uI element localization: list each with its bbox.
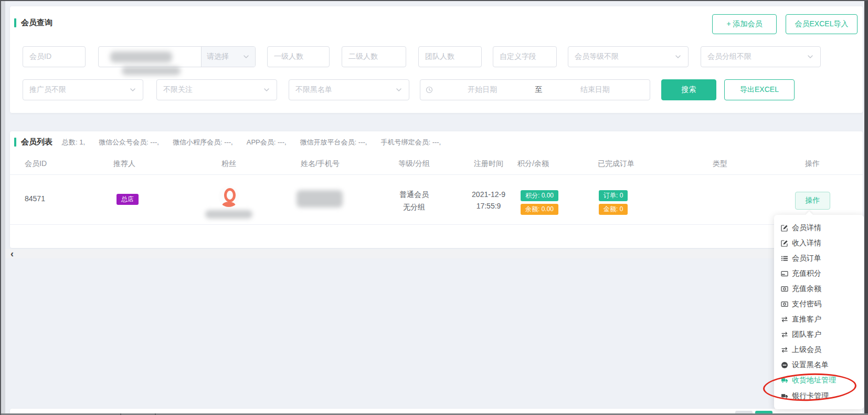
stat-wechat-mini: 微信小程序会员: ---, <box>173 138 233 147</box>
orders-badge: 订单: 0 <box>599 190 628 201</box>
menu-item-label: 充值积分 <box>792 269 821 278</box>
team-count-input[interactable]: 团队人数 <box>418 46 482 67</box>
col-action: 操作 <box>805 159 820 169</box>
menu-item-bank-cards[interactable]: 银行卡管理 <box>774 388 864 403</box>
menu-item-label: 设置黑名单 <box>792 360 829 370</box>
chevron-down-icon <box>674 53 682 60</box>
horizontal-scroll-strip[interactable]: ‹ › <box>5 249 865 258</box>
col-referrer: 推荐人 <box>113 159 135 169</box>
member-list-panel: 会员列表 总数: 1, 微信公众号会员: ---, 微信小程序会员: ---, … <box>10 131 863 248</box>
avatar <box>218 186 239 207</box>
cell-register-date: 2021-12-9 <box>472 190 505 199</box>
blacklist-select[interactable]: 不限黑名单 <box>289 79 409 100</box>
keyword-select-placeholder: 请选择 <box>207 52 229 61</box>
card-icon <box>781 270 788 277</box>
menu-item-label: 团队客户 <box>792 330 821 339</box>
stat-app: APP会员: ---, <box>247 138 287 147</box>
keyword-type-select[interactable]: 请选择 <box>201 47 255 67</box>
level1-count-input[interactable]: 一级人数 <box>267 46 330 67</box>
table-header-divider <box>10 174 863 175</box>
menu-item-label: 直推客户 <box>792 315 821 324</box>
money-icon <box>781 285 788 293</box>
menu-item-shipping-address[interactable]: 收货地址管理 <box>774 373 864 388</box>
chevron-down-icon <box>807 53 814 60</box>
menu-item-team-customers[interactable]: 团队客户 <box>774 327 864 343</box>
redacted-name-phone <box>297 190 343 208</box>
date-range-input[interactable]: 开始日期 至 结束日期 <box>420 79 650 100</box>
export-excel-button[interactable]: 导出EXCEL <box>724 79 795 100</box>
follow-select[interactable]: 不限关注 <box>156 79 277 100</box>
cell-amount: 金额: 0 <box>599 204 628 215</box>
exchange-icon <box>781 331 788 338</box>
follow-select-value: 不限关注 <box>163 85 193 95</box>
member-id-input[interactable]: 会员ID <box>23 46 86 67</box>
menu-item-income-detail[interactable]: 收入详情 <box>774 235 864 251</box>
keyword-composite-input[interactable]: 请选择 <box>98 46 256 67</box>
truck-icon <box>781 392 788 400</box>
row-action-button[interactable]: 操作 <box>795 192 830 210</box>
col-fans: 粉丝 <box>221 159 236 169</box>
menu-item-label: 收入详情 <box>792 238 821 248</box>
member-group-select[interactable]: 会员分组不限 <box>701 46 821 67</box>
vertical-scrollbar[interactable] <box>864 1 868 415</box>
menu-item-direct-customers[interactable]: 直推客户 <box>774 312 864 327</box>
excel-import-button[interactable]: 会员EXCEL导入 <box>786 14 858 34</box>
chevron-down-icon <box>129 86 136 94</box>
section-accent-bar <box>14 138 16 147</box>
avatar-body <box>222 202 236 207</box>
level2-count-input[interactable]: 二级人数 <box>342 46 406 67</box>
custom-field-input[interactable]: 自定义字段 <box>493 46 557 67</box>
section-accent-bar <box>14 18 16 27</box>
menu-item-label: 收货地址管理 <box>792 376 836 385</box>
member-id-placeholder: 会员ID <box>29 52 51 61</box>
query-section-header: 会员查询 <box>14 18 52 28</box>
menu-item-recharge-balance[interactable]: 充值余额 <box>774 281 864 296</box>
redacted-keyword-overflow <box>122 67 181 75</box>
avatar-head <box>224 188 236 202</box>
ban-icon <box>781 361 788 369</box>
level1-count-placeholder: 一级人数 <box>274 52 303 61</box>
date-start-placeholder: 开始日期 <box>433 85 532 95</box>
exchange-icon <box>781 316 788 323</box>
promoter-select[interactable]: 推广员不限 <box>23 79 143 100</box>
col-completed-orders: 已完成订单 <box>598 159 634 169</box>
cell-register-time: 17:55:9 <box>477 202 501 210</box>
add-member-button[interactable]: + 添加会员 <box>712 14 777 34</box>
menu-item-member-detail[interactable]: 会员详情 <box>774 220 864 235</box>
menu-item-label: 支付密码 <box>792 299 821 309</box>
chevron-down-icon <box>395 86 403 94</box>
col-name-phone: 姓名/手机号 <box>301 159 340 169</box>
cell-points: 积分: 0.00 <box>521 190 558 201</box>
cell-grade: 普通会员 <box>399 190 429 200</box>
truck-icon <box>781 377 788 384</box>
keyword-input[interactable] <box>99 47 201 67</box>
money-icon <box>781 300 788 308</box>
team-count-placeholder: 团队人数 <box>425 52 454 61</box>
date-end-placeholder: 结束日期 <box>546 85 645 95</box>
menu-item-upline-member[interactable]: 上级会员 <box>774 343 864 358</box>
scroll-left-icon[interactable]: ‹ <box>10 250 14 258</box>
stat-wechat-open: 微信开放平台会员: ---, <box>300 138 367 147</box>
redacted-keyword-text <box>110 51 172 63</box>
menu-item-label: 会员详情 <box>792 223 821 233</box>
menu-item-recharge-points[interactable]: 充值积分 <box>774 266 864 281</box>
custom-field-placeholder: 自定义字段 <box>500 52 536 61</box>
action-dropdown-menu: 会员详情 收入详情 会员订单 充值积分 充值余额 支付密码 直推客户 团队客户 <box>774 215 864 409</box>
menu-item-label: 银行卡管理 <box>792 391 829 401</box>
cell-member-id: 84571 <box>25 194 45 203</box>
search-button[interactable]: 搜索 <box>661 79 716 100</box>
member-grade-select[interactable]: 会员等级不限 <box>568 46 689 67</box>
balance-badge: 余额: 0.00 <box>521 204 558 215</box>
blacklist-select-value: 不限黑名单 <box>295 85 332 95</box>
cell-group: 无分组 <box>403 203 425 212</box>
stat-total: 总数: 1, <box>62 138 85 147</box>
member-query-panel: 会员查询 + 添加会员 会员EXCEL导入 会员ID 请选择 一级人数 二级人数… <box>10 6 863 113</box>
menu-item-member-orders[interactable]: 会员订单 <box>774 251 864 266</box>
menu-item-set-blacklist[interactable]: 设置黑名单 <box>774 358 864 373</box>
cell-balance: 余额: 0.00 <box>521 204 558 215</box>
menu-item-payment-password[interactable]: 支付密码 <box>774 296 864 312</box>
edit-icon <box>781 224 788 232</box>
col-register-time: 注册时间 <box>474 159 503 169</box>
query-title: 会员查询 <box>21 18 52 28</box>
list-title: 会员列表 <box>21 137 52 147</box>
